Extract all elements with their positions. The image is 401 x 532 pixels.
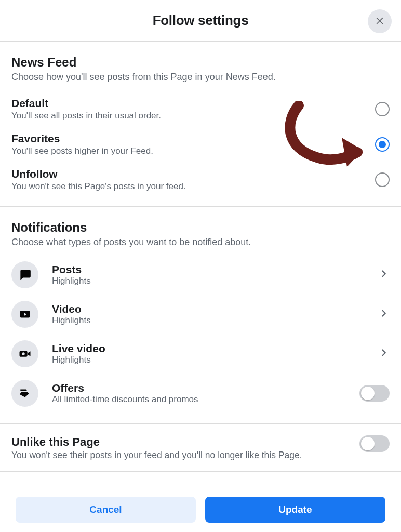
dialog-title: Follow settings	[153, 12, 249, 29]
notifications-heading: Notifications	[11, 220, 390, 235]
newsfeed-desc: Choose how you'll see posts from this Pa…	[11, 72, 390, 83]
newsfeed-option-unfollow[interactable]: Unfollow You won't see this Page's posts…	[11, 161, 390, 196]
row-sub: Highlights	[52, 315, 373, 326]
row-sub: All limited-time discounts and promos	[52, 394, 359, 405]
update-button[interactable]: Update	[205, 497, 385, 523]
posts-icon	[11, 261, 38, 288]
notification-row-video[interactable]: Video Highlights	[11, 295, 390, 334]
row-sub: Highlights	[52, 276, 373, 286]
row-title: Live video	[52, 342, 373, 355]
notification-row-offers[interactable]: Offers All limited-time discounts and pr…	[11, 374, 390, 413]
option-sub: You'll see posts higher in your Feed.	[11, 146, 153, 156]
notifications-section: Notifications Choose what types of posts…	[0, 207, 401, 424]
radio-unfollow[interactable]	[375, 172, 390, 187]
radio-favorites[interactable]	[375, 137, 390, 152]
unlike-toggle[interactable]	[359, 435, 390, 452]
dialog-header: Follow settings	[0, 0, 401, 42]
notifications-desc: Choose what types of posts you want to b…	[11, 237, 390, 248]
video-icon	[11, 301, 38, 328]
unlike-sub: You won't see their posts in your feed a…	[11, 450, 302, 461]
notification-row-posts[interactable]: Posts Highlights	[11, 255, 390, 295]
dialog-footer: Cancel Update	[0, 488, 401, 532]
row-title: Posts	[52, 263, 373, 276]
chevron-right-icon	[378, 347, 390, 361]
option-title: Default	[11, 97, 161, 110]
option-title: Unfollow	[11, 168, 186, 180]
chevron-right-icon	[378, 268, 390, 282]
radio-default[interactable]	[375, 102, 390, 116]
newsfeed-option-favorites[interactable]: Favorites You'll see posts higher in you…	[11, 125, 390, 161]
chevron-right-icon	[378, 308, 390, 321]
option-title: Favorites	[11, 132, 153, 145]
row-sub: Highlights	[52, 355, 373, 365]
cancel-button[interactable]: Cancel	[16, 497, 196, 523]
notification-row-live-video[interactable]: Live video Highlights	[11, 334, 390, 374]
newsfeed-section: News Feed Choose how you'll see posts fr…	[0, 42, 401, 207]
svg-point-2	[22, 352, 24, 355]
offers-toggle[interactable]	[359, 385, 390, 402]
close-button[interactable]	[368, 9, 392, 33]
option-sub: You'll see all posts in their usual orde…	[11, 111, 161, 121]
newsfeed-option-default[interactable]: Default You'll see all posts in their us…	[11, 90, 390, 125]
option-sub: You won't see this Page's posts in your …	[11, 181, 186, 192]
unlike-section: Unlike this Page You won't see their pos…	[0, 424, 401, 472]
newsfeed-heading: News Feed	[11, 55, 390, 70]
offers-icon	[11, 380, 38, 407]
close-icon	[375, 15, 385, 28]
live-video-icon	[11, 340, 38, 367]
row-title: Video	[52, 303, 373, 315]
unlike-title: Unlike this Page	[11, 435, 302, 449]
row-title: Offers	[52, 382, 359, 394]
